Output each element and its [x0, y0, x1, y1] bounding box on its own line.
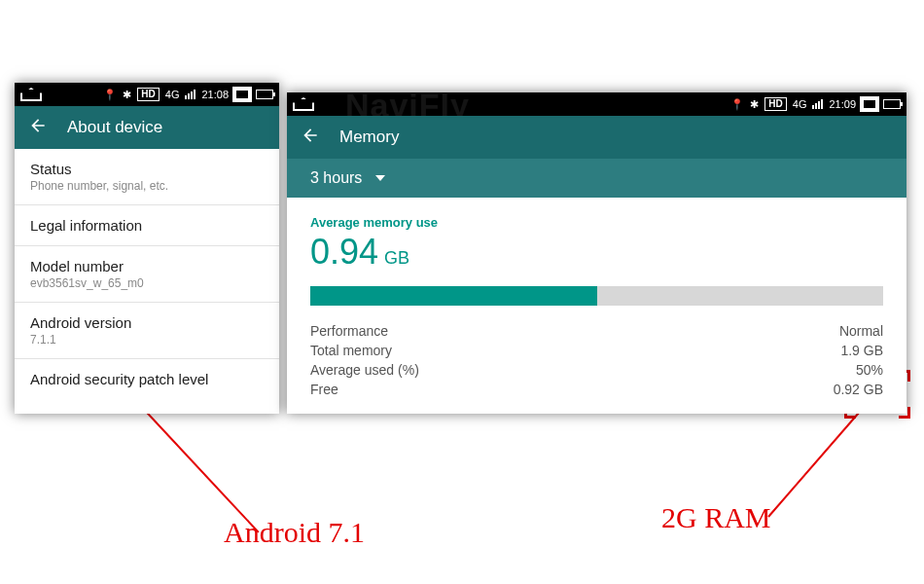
- stat-val: 0.92 GB: [834, 382, 883, 397]
- recents-icon: [234, 89, 250, 100]
- net-label: 4G: [165, 89, 180, 100]
- avg-memory-unit: GB: [384, 248, 409, 269]
- item-title: Status: [30, 161, 264, 177]
- bluetooth-icon: ✱: [123, 89, 131, 101]
- battery-icon: [256, 90, 273, 99]
- stat-key: Free: [310, 382, 338, 397]
- memory-panel: NaviFly 📍 ✱ HD 4G 21:09 Memory 3 hours A…: [287, 92, 906, 414]
- memory-bar: [310, 286, 883, 306]
- avg-memory-number: 0.94: [310, 232, 378, 273]
- signal-icon: [812, 99, 823, 109]
- item-title: Android version: [30, 314, 264, 331]
- statusbar-left: 📍 ✱ HD 4G 21:08: [15, 83, 279, 106]
- item-sub: Phone number, signal, etc.: [30, 179, 264, 193]
- clock: 21:08: [201, 89, 229, 100]
- hd-icon: HD: [137, 88, 159, 101]
- item-model[interactable]: Model number evb3561sv_w_65_m0: [15, 246, 279, 303]
- item-status[interactable]: Status Phone number, signal, etc.: [15, 149, 279, 205]
- bluetooth-icon: ✱: [750, 98, 759, 111]
- avg-memory-label: Average memory use: [310, 215, 883, 230]
- clock: 21:09: [829, 98, 856, 110]
- callout-ram-label: 2G RAM: [661, 501, 771, 534]
- home-icon: [293, 97, 314, 111]
- callout-android-label: Android 7.1: [224, 516, 365, 549]
- item-legal[interactable]: Legal information: [15, 205, 279, 246]
- stat-val: 1.9 GB: [840, 343, 883, 358]
- back-icon[interactable]: [301, 126, 320, 149]
- item-title: Model number: [30, 258, 264, 274]
- stat-average-used: Average used (%) 50%: [310, 360, 883, 380]
- page-title: About device: [67, 118, 162, 137]
- stat-key: Performance: [310, 323, 388, 339]
- stat-val: Normal: [839, 323, 883, 339]
- stat-val: 50%: [856, 362, 883, 378]
- item-android-version[interactable]: Android version 7.1.1: [15, 303, 279, 359]
- item-sub: 7.1.1: [30, 333, 264, 347]
- stat-key: Average used (%): [310, 362, 419, 378]
- location-icon: 📍: [103, 89, 117, 101]
- statusbar-right: NaviFly 📍 ✱ HD 4G 21:09: [287, 92, 906, 116]
- appbar-about: About device: [15, 106, 279, 149]
- time-range-label: 3 hours: [310, 169, 362, 187]
- location-icon: 📍: [730, 98, 744, 111]
- home-icon: [20, 88, 42, 101]
- battery-icon: [883, 99, 901, 109]
- stat-performance: Performance Normal: [310, 321, 883, 341]
- chevron-down-icon: [375, 175, 385, 181]
- item-title: Android security patch level: [30, 371, 264, 387]
- net-label: 4G: [793, 98, 807, 110]
- stat-key: Total memory: [310, 343, 392, 358]
- time-range-selector[interactable]: 3 hours: [287, 159, 906, 198]
- back-icon[interactable]: [28, 116, 48, 139]
- about-list: Status Phone number, signal, etc. Legal …: [15, 149, 279, 414]
- about-device-panel: 📍 ✱ HD 4G 21:08 About device Status Phon…: [15, 83, 279, 414]
- hd-icon: HD: [764, 97, 786, 111]
- memory-stats: Performance Normal Total memory 1.9 GB A…: [310, 321, 883, 399]
- stat-free: Free 0.92 GB: [310, 380, 883, 399]
- memory-bar-fill: [310, 286, 597, 306]
- avg-memory-value: 0.94 GB: [310, 232, 883, 273]
- stat-total-memory: Total memory 1.9 GB: [310, 341, 883, 360]
- memory-content: Average memory use 0.94 GB Performance N…: [287, 198, 906, 414]
- item-title: Legal information: [30, 217, 264, 234]
- page-title: Memory: [339, 128, 399, 147]
- signal-icon: [185, 90, 195, 99]
- item-sub: evb3561sv_w_65_m0: [30, 276, 264, 290]
- item-security-patch[interactable]: Android security patch level: [15, 359, 279, 399]
- appbar-memory: Memory: [287, 116, 906, 159]
- recents-icon: [862, 98, 877, 110]
